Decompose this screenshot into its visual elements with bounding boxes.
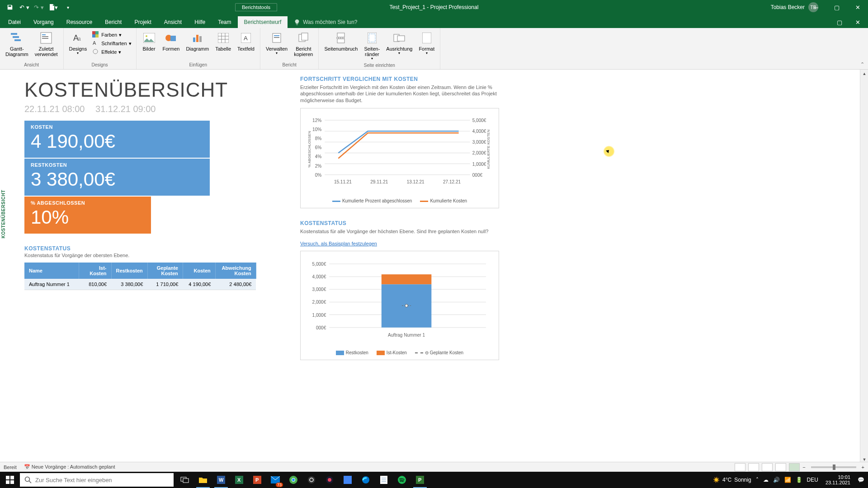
notifications-icon[interactable]: 💬 bbox=[858, 477, 864, 483]
svg-rect-18 bbox=[170, 36, 176, 41]
user-name[interactable]: Tobias Becker bbox=[771, 4, 805, 10]
clock[interactable]: 10:01 23.11.2021 bbox=[823, 474, 853, 485]
tab-ansicht[interactable]: Ansicht bbox=[158, 16, 188, 28]
svg-rect-4 bbox=[42, 34, 46, 35]
word-icon[interactable]: W bbox=[212, 472, 230, 488]
wifi-icon[interactable]: 📶 bbox=[784, 477, 791, 483]
weather-widget[interactable]: ☀️ 4°C Sonnig bbox=[713, 477, 751, 483]
tray-chevron-icon[interactable]: ˄ bbox=[756, 477, 759, 483]
minimize-button[interactable]: ─ bbox=[806, 0, 826, 14]
undo-icon[interactable]: ↶ ▾ bbox=[19, 2, 30, 13]
start-button[interactable] bbox=[0, 472, 20, 488]
chart-button[interactable]: Diagramm bbox=[183, 30, 212, 52]
document-icon[interactable]: ▾ bbox=[48, 2, 59, 13]
battery-icon[interactable]: 🔋 bbox=[796, 477, 802, 483]
colors-button[interactable]: Farben ▾ bbox=[90, 31, 133, 39]
app-icon-2[interactable] bbox=[339, 472, 356, 488]
report-canvas-area: KOSTENÜBERSICHT ▲▼ ◀▶ KOSTENÜBERSICHT 22… bbox=[0, 70, 868, 472]
view-button-1[interactable] bbox=[735, 463, 745, 471]
svg-rect-11 bbox=[92, 34, 95, 38]
project-icon[interactable]: P bbox=[411, 472, 429, 488]
images-button[interactable]: Bilder bbox=[139, 30, 159, 52]
textbox-button[interactable]: ATextfeld bbox=[235, 30, 257, 52]
close-button[interactable]: ✕ bbox=[847, 0, 868, 14]
excel-icon[interactable]: X bbox=[231, 472, 248, 488]
designs-button[interactable]: AaDesigns▾ bbox=[66, 30, 90, 56]
view-button-2[interactable] bbox=[748, 463, 759, 471]
effects-button[interactable]: Effekte ▾ bbox=[90, 48, 133, 56]
svg-text:1,000€: 1,000€ bbox=[312, 313, 326, 318]
titlebar: ↶ ▾ ↷ ▾ ▾ ▾ Berichtstools Test_Project_1… bbox=[0, 0, 868, 14]
manage-button[interactable]: Verwalten▾ bbox=[263, 30, 290, 58]
edge-icon[interactable] bbox=[357, 472, 374, 488]
volume-icon[interactable]: 🔊 bbox=[773, 477, 780, 483]
task-view-icon[interactable] bbox=[176, 472, 193, 488]
svg-text:6%: 6% bbox=[315, 145, 322, 150]
save-icon[interactable] bbox=[5, 2, 15, 13]
kpi-percent[interactable]: % ABGESCHLOSSEN 10% bbox=[24, 197, 151, 234]
set-baseline-link[interactable]: Versuch, als Basisplan festzulegen bbox=[300, 241, 377, 246]
table-button[interactable]: Tabelle bbox=[212, 30, 234, 52]
cost-status-chart[interactable]: 5,000€4,000€3,000€ 2,000€1,000€000€ Auft… bbox=[300, 251, 499, 360]
zoom-slider[interactable] bbox=[811, 466, 856, 468]
shapes-button[interactable]: Formen bbox=[160, 30, 183, 52]
obs-icon[interactable] bbox=[303, 472, 320, 488]
svg-rect-91 bbox=[183, 479, 189, 483]
spotify-icon[interactable] bbox=[393, 472, 410, 488]
tab-team[interactable]: Team bbox=[212, 16, 237, 28]
svg-text:15.11.21: 15.11.21 bbox=[334, 179, 352, 184]
orientation-button[interactable]: Ausrichtung▾ bbox=[383, 30, 415, 62]
tab-hilfe[interactable]: Hilfe bbox=[188, 16, 212, 28]
app-icon-1[interactable] bbox=[321, 472, 338, 488]
maximize-button[interactable]: ▢ bbox=[826, 0, 847, 14]
ribbon-tabs: Datei Vorgang Ressource Bericht Projekt … bbox=[0, 14, 868, 28]
fonts-button[interactable]: ASchriftarten ▾ bbox=[90, 39, 133, 47]
taskbar-search[interactable]: Zur Suche Text hier eingeben bbox=[20, 473, 174, 487]
zoom-in-button[interactable]: + bbox=[862, 465, 864, 470]
close-doc-button[interactable]: ✕ bbox=[851, 16, 864, 28]
chart2-desc: Kostenstatus für alle Vorgänge der höchs… bbox=[300, 228, 499, 235]
contextual-tab[interactable]: Berichtstools bbox=[235, 3, 277, 11]
ribbon-display-button[interactable]: ▢ bbox=[833, 16, 846, 28]
svg-rect-12 bbox=[95, 34, 99, 38]
vertical-scrollbar[interactable]: ▲▼ bbox=[860, 70, 868, 464]
kpi-cost[interactable]: KOSTEN 4 190,00€ bbox=[24, 121, 210, 158]
chrome-icon[interactable] bbox=[285, 472, 302, 488]
collapse-ribbon-icon[interactable]: ⌃ bbox=[860, 61, 864, 67]
qat-customize-icon[interactable]: ▾ bbox=[62, 2, 73, 13]
tell-me-search[interactable]: Was möchten Sie tun? bbox=[288, 16, 363, 28]
table-row[interactable]: Auftrag Nummer 1 810,00€ 3 380,00€ 1 710… bbox=[24, 279, 256, 290]
zoom-out-button[interactable]: − bbox=[802, 465, 805, 470]
gantt-chart-button[interactable]: Gantt- Diagramm bbox=[3, 30, 31, 58]
notepad-icon[interactable] bbox=[375, 472, 392, 488]
view-button-5[interactable] bbox=[789, 463, 800, 471]
kpi-remaining[interactable]: RESTKOSTEN 3 380,00€ bbox=[24, 159, 210, 196]
mail-icon[interactable]: 73 bbox=[267, 472, 284, 488]
tab-datei[interactable]: Datei bbox=[2, 16, 27, 28]
svg-text:13.12.21: 13.12.21 bbox=[407, 179, 425, 184]
language-indicator[interactable]: DEU bbox=[807, 477, 818, 483]
margins-button[interactable]: Seiten- ränder▾ bbox=[361, 30, 382, 62]
tab-vorgang[interactable]: Vorgang bbox=[27, 16, 60, 28]
tab-bericht[interactable]: Bericht bbox=[99, 16, 128, 28]
svg-point-14 bbox=[93, 49, 98, 54]
svg-text:a: a bbox=[78, 36, 81, 42]
redo-icon[interactable]: ↷ ▾ bbox=[33, 2, 44, 13]
cost-status-table[interactable]: Name Ist-Kosten Restkosten Geplante Kost… bbox=[24, 263, 256, 290]
powerpoint-icon[interactable]: P bbox=[249, 472, 266, 488]
recent-button[interactable]: Zuletzt verwendet bbox=[32, 30, 61, 58]
format-button[interactable]: Format▾ bbox=[416, 30, 437, 62]
copy-report-button[interactable]: Bericht kopieren bbox=[291, 30, 316, 58]
explorer-icon[interactable] bbox=[194, 472, 212, 488]
page-break-button[interactable]: Seitenumbruch bbox=[321, 30, 360, 62]
tab-berichtsentwurf[interactable]: Berichtsentwurf bbox=[238, 16, 288, 28]
view-button-4[interactable] bbox=[775, 463, 786, 471]
svg-rect-79 bbox=[382, 274, 432, 284]
tab-projekt[interactable]: Projekt bbox=[128, 16, 157, 28]
vertical-tab[interactable]: KOSTENÜBERSICHT bbox=[0, 187, 7, 241]
report-canvas[interactable]: KOSTENÜBERSICHT 22.11.21 08:00 31.12.21 … bbox=[11, 70, 859, 464]
view-button-3[interactable] bbox=[762, 463, 773, 471]
onedrive-icon[interactable]: ☁ bbox=[763, 477, 769, 483]
tab-ressource[interactable]: Ressource bbox=[60, 16, 99, 28]
progress-vs-cost-chart[interactable]: 12%10%8% 6%4%2%0% 5,000€4,000€3,000€ 2,0… bbox=[300, 108, 499, 208]
